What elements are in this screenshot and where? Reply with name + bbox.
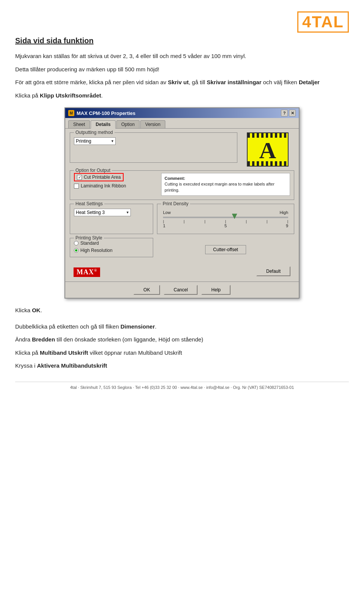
max-bottom-row: MAX® Default <box>70 265 294 278</box>
close-button-titlebar[interactable]: ✕ <box>289 110 296 116</box>
slider-num-5: 5 <box>224 223 227 228</box>
tab-version[interactable]: Version <box>140 120 165 128</box>
dialog-icon: M <box>68 110 74 116</box>
printing-style-cutter-row: Printing Style Standard High Resolution <box>70 238 294 261</box>
heat-settings-content: Heat Setting 3 <box>74 209 149 216</box>
slider-track[interactable] <box>163 217 288 218</box>
click-ok-p: Klicka OK. <box>15 306 349 315</box>
slider-nums: 1 5 9 <box>163 223 288 228</box>
left-options: Cut Printable Area Laminating Ink Ribbon <box>74 173 157 196</box>
option-output-group: Option for Output Cut Printable Area Lam… <box>70 170 294 200</box>
tab-option[interactable]: Option <box>116 120 140 128</box>
radio-group: Standard High Resolution <box>74 241 149 253</box>
laminating-text: Laminating Ink Ribbon <box>81 183 126 189</box>
intro-p4: Klicka på Klipp Utskriftsområdet. <box>15 91 349 100</box>
logo-area: 4TAL <box>15 11 349 33</box>
page-title: Sida vid sida funktion <box>15 36 349 45</box>
radio-standard[interactable] <box>74 241 78 245</box>
page-footer: 4tal · Skrimhult 7, 515 93 Seglora · Tel… <box>15 382 349 390</box>
heat-density-row: Heat Settings Heat Setting 3 Print Densi… <box>70 204 294 238</box>
default-button[interactable]: Default <box>256 266 290 276</box>
dialog-titlebar: M MAX CPM-100 Properties ? ✕ <box>65 108 299 118</box>
dialog-wrapper: M MAX CPM-100 Properties ? ✕ Sheet Detai… <box>15 107 349 299</box>
high-label: High <box>279 210 288 215</box>
tab-details[interactable]: Details <box>91 120 115 129</box>
radio-highres-row: High Resolution <box>74 248 149 253</box>
option-output-label: Option for Output <box>74 168 112 173</box>
laminating-row: Laminating Ink Ribbon <box>74 183 157 189</box>
dialog-body: Outputting method Printing <box>65 128 299 282</box>
help-button[interactable]: Help <box>201 285 231 295</box>
radio-highres[interactable] <box>74 248 78 253</box>
after-p2: Ändra Bredden till den önskade storleken… <box>15 335 349 344</box>
tab-sheet[interactable]: Sheet <box>68 120 90 128</box>
comment-label: Comment: <box>165 176 185 181</box>
heat-select-wrapper[interactable]: Heat Setting 3 <box>74 209 131 216</box>
cut-printable-row: Cut Printable Area <box>74 173 157 181</box>
radio-highres-label: High Resolution <box>80 248 113 253</box>
logo-4tal: 4TAL <box>297 11 349 33</box>
heat-settings-group: Heat Settings Heat Setting 3 <box>70 204 153 234</box>
slider-area: Low High | | | | | | <box>161 206 290 230</box>
top-section: Outputting method Printing <box>70 132 294 167</box>
footer-text: 4tal · Skrimhult 7, 515 93 Seglora · Tel… <box>70 385 294 390</box>
slider-ticks: | | | | | | | <box>163 220 288 223</box>
dialog-footer: OK Cancel Help <box>65 282 299 298</box>
cutter-offset-area: Cutter-offset <box>157 238 294 261</box>
printing-select-wrapper[interactable]: Printing <box>74 137 116 145</box>
slider-num-1: 1 <box>163 223 165 228</box>
max-logo: MAX® <box>74 267 100 277</box>
help-button-titlebar[interactable]: ? <box>281 110 288 116</box>
cancel-button[interactable]: Cancel <box>164 285 198 295</box>
label-image: A <box>247 132 289 167</box>
comment-text: Cutting is executed except margin area t… <box>165 182 275 192</box>
intro-p3: För att göra ett större märke, klicka på… <box>15 78 349 87</box>
after-p1: Dubbelklicka på etiketten och gå till fl… <box>15 322 349 331</box>
slider-thumb <box>232 214 237 219</box>
comment-area: Comment: Cutting is executed except marg… <box>161 173 290 196</box>
printing-select-row: Printing <box>74 137 233 145</box>
outputting-method-content: Printing <box>74 137 233 145</box>
heat-settings-label: Heat Settings <box>74 201 104 206</box>
dialog-tabs: Sheet Details Option Version <box>65 118 299 128</box>
radio-standard-row: Standard <box>74 241 149 246</box>
cut-printable-box: Cut Printable Area <box>74 173 124 181</box>
printing-select[interactable]: Printing <box>74 137 116 145</box>
intro-p2: Detta tillåter producering av märken upp… <box>15 65 349 74</box>
ok-button[interactable]: OK <box>133 285 160 295</box>
cut-printable-text: Cut Printable Area <box>84 175 121 180</box>
heat-select[interactable]: Heat Setting 3 <box>74 209 131 216</box>
label-preview: A <box>241 132 294 167</box>
after-p4: Kryssa i Aktivera Multibandutskrift <box>15 362 349 370</box>
low-label: Low <box>163 210 171 215</box>
print-density-label: Print Density <box>161 201 190 206</box>
outputting-method-label: Outputting method <box>74 130 115 135</box>
after-p3: Klicka på Multiband Utskrift vilket öppn… <box>15 349 349 357</box>
cutter-offset-button[interactable]: Cutter-offset <box>205 245 246 254</box>
slider-labels: Low High <box>163 210 288 215</box>
dialog-title: MAX CPM-100 Properties <box>77 110 135 116</box>
intro-p1: Mjukvaran kan ställas för att skriva ut … <box>15 52 349 61</box>
titlebar-buttons[interactable]: ? ✕ <box>281 110 296 116</box>
properties-dialog: M MAX CPM-100 Properties ? ✕ Sheet Detai… <box>64 107 300 299</box>
printing-style-label: Printing Style <box>74 235 104 241</box>
max-logo-area: MAX® <box>74 266 100 277</box>
outputting-method-group: Outputting method Printing <box>70 132 237 163</box>
titlebar-left: M MAX CPM-100 Properties <box>68 110 135 116</box>
laminating-checkbox[interactable] <box>74 184 79 189</box>
option-two-col: Cut Printable Area Laminating Ink Ribbon… <box>74 173 290 196</box>
slider-num-9: 9 <box>286 223 288 228</box>
printing-style-group: Printing Style Standard High Resolution <box>70 238 153 257</box>
label-letter-a: A <box>259 137 276 164</box>
print-density-group: Print Density Low High | | | <box>157 204 294 234</box>
radio-standard-label: Standard <box>80 241 99 246</box>
cut-printable-checkbox[interactable] <box>77 175 82 180</box>
